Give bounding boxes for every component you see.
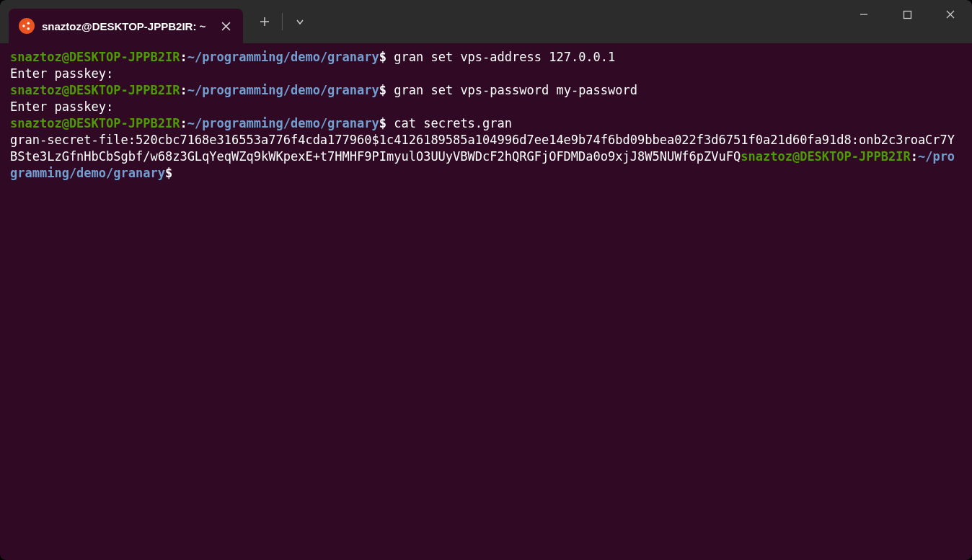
ubuntu-icon <box>19 18 35 34</box>
output-2: Enter passkey: <box>10 99 113 114</box>
prompt-symbol: $ <box>379 83 386 97</box>
prompt-user: snaztoz@DESKTOP-JPPB2IR <box>10 50 180 64</box>
prompt-colon: : <box>180 50 187 64</box>
new-tab-button[interactable] <box>249 7 280 36</box>
titlebar-actions <box>249 7 316 36</box>
tab-dropdown-button[interactable] <box>284 7 316 36</box>
terminal-window: snaztoz@DESKTOP-JPPB2IR: ~ <box>0 0 972 560</box>
titlebar: snaztoz@DESKTOP-JPPB2IR: ~ <box>0 0 972 43</box>
tab-title: snaztoz@DESKTOP-JPPB2IR: ~ <box>42 20 206 32</box>
prompt-colon: : <box>180 83 187 97</box>
command-2: gran set vps-password my-password <box>394 83 637 97</box>
prompt-user: snaztoz@DESKTOP-JPPB2IR <box>10 83 180 97</box>
maximize-button[interactable] <box>885 0 929 29</box>
svg-point-0 <box>22 25 25 27</box>
prompt-path: ~/programming/demo/granary <box>187 83 379 97</box>
prompt-symbol: $ <box>165 166 172 180</box>
prompt-colon: : <box>180 116 187 130</box>
prompt-symbol: $ <box>379 116 386 130</box>
close-button[interactable] <box>929 0 972 29</box>
tab-close-button[interactable] <box>218 19 233 33</box>
window-controls <box>842 0 972 29</box>
prompt-colon: : <box>911 149 918 164</box>
terminal-tab[interactable]: snaztoz@DESKTOP-JPPB2IR: ~ <box>9 9 243 43</box>
divider <box>282 13 283 30</box>
command-1: gran set vps-address 127.0.0.1 <box>394 50 615 64</box>
prompt-user: snaztoz@DESKTOP-JPPB2IR <box>10 116 180 130</box>
prompt-symbol: $ <box>379 50 386 64</box>
prompt-path: ~/programming/demo/granary <box>187 50 379 64</box>
minimize-button[interactable] <box>842 0 885 29</box>
output-1: Enter passkey: <box>10 66 113 81</box>
svg-rect-3 <box>903 11 911 18</box>
terminal-body[interactable]: snaztoz@DESKTOP-JPPB2IR:~/programming/de… <box>0 43 972 560</box>
svg-point-1 <box>27 22 30 24</box>
command-3: cat secrets.gran <box>394 116 512 130</box>
svg-point-2 <box>27 27 30 30</box>
prompt-user: snaztoz@DESKTOP-JPPB2IR <box>741 149 910 164</box>
prompt-path: ~/programming/demo/granary <box>187 116 379 130</box>
